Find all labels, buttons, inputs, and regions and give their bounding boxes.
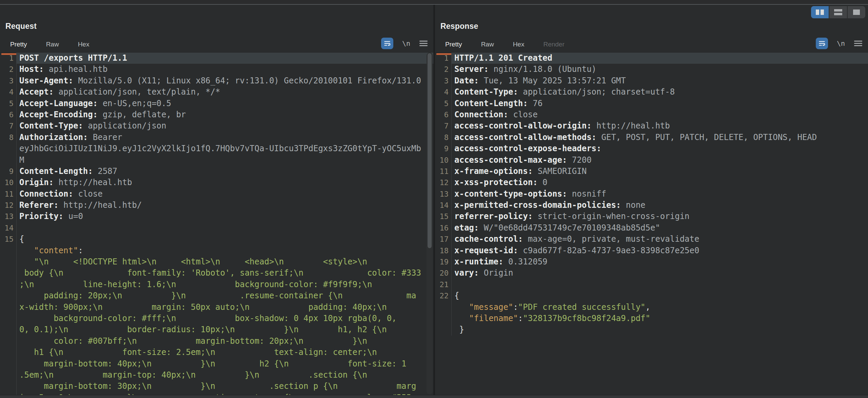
line-number: 9 bbox=[435, 143, 452, 154]
request-scrollbar-thumb[interactable] bbox=[428, 53, 432, 248]
show-newlines-toggle[interactable]: \n bbox=[837, 39, 845, 47]
response-editor[interactable]: 1HTTP/1.1 201 Created2Server: nginx/1.18… bbox=[435, 52, 868, 395]
code-line[interactable]: 5Accept-Language: en-US,en;q=0.5 bbox=[0, 98, 433, 109]
code-line[interactable]: ;\n line-height: 1.6;\n background-color… bbox=[0, 279, 433, 290]
code-line[interactable]: 8access-control-allow-methods: GET, POST… bbox=[435, 132, 868, 143]
code-line[interactable]: 3User-Agent: Mozilla/5.0 (X11; Linux x86… bbox=[0, 75, 433, 86]
code-line[interactable]: 16etag: W/"0e68dd47531749c7e70109348ab85… bbox=[435, 222, 868, 234]
code-text: 0, 0.1);\n border-radius: 10px;\n }\n h1… bbox=[17, 324, 433, 335]
code-line[interactable]: 15{ bbox=[0, 234, 433, 245]
code-line[interactable]: } bbox=[435, 324, 868, 335]
code-text: x-frame-options: SAMEORIGIN bbox=[452, 166, 868, 177]
code-text: Authorization: Bearer bbox=[17, 132, 433, 143]
code-text: x-width: 900px;\n margin: 50px auto;\n p… bbox=[17, 302, 433, 313]
code-line[interactable]: 1POST /exports HTTP/1.1 bbox=[0, 53, 433, 64]
line-number: 18 bbox=[435, 245, 452, 256]
code-line[interactable]: background-color: #fff;\n box-shadow: 0 … bbox=[0, 313, 433, 324]
request-editor[interactable]: 1POST /exports HTTP/1.12Host: api.heal.h… bbox=[0, 52, 433, 395]
code-line[interactable]: 8Authorization: Bearer bbox=[0, 132, 433, 143]
code-line[interactable]: 7access-control-allow-origin: http://hea… bbox=[435, 120, 868, 132]
editor-menu-icon[interactable] bbox=[419, 40, 428, 47]
code-line[interactable]: 19x-runtime: 0.312059 bbox=[435, 256, 868, 267]
code-line[interactable]: h1 {\n font-size: 2.5em;\n text-align: c… bbox=[0, 347, 433, 358]
request-scrollbar[interactable] bbox=[427, 53, 433, 394]
code-line[interactable]: 11x-frame-options: SAMEORIGIN bbox=[435, 166, 868, 177]
response-panel: Response PrettyRawHexRender \n bbox=[435, 5, 868, 398]
code-line[interactable]: 18x-request-id: c9ad677f-82a5-4737-9ae3-… bbox=[435, 245, 868, 256]
code-line[interactable]: 9access-control-expose-headers: bbox=[435, 143, 868, 154]
code-line[interactable]: 21 bbox=[435, 279, 868, 290]
editor-menu-icon[interactable] bbox=[854, 40, 863, 47]
code-line[interactable]: 6Accept-Encoding: gzip, deflate, br bbox=[0, 109, 433, 120]
code-line[interactable]: "\n <!DOCTYPE html>\n <html>\n <head>\n … bbox=[0, 256, 433, 267]
code-text: Content-Length: 2587 bbox=[17, 166, 433, 177]
tab-hex[interactable]: Hex bbox=[513, 41, 525, 48]
code-line[interactable]: 1HTTP/1.1 201 Created bbox=[435, 53, 868, 64]
code-line[interactable]: .5em;\n margin-top: 40px;\n }\n .section… bbox=[0, 370, 433, 381]
tab-raw[interactable]: Raw bbox=[481, 41, 494, 48]
tab-render: Render bbox=[543, 41, 564, 48]
code-line[interactable]: 12Referer: http://heal.htb/ bbox=[0, 200, 433, 211]
response-title: Response bbox=[440, 22, 478, 31]
tab-raw[interactable]: Raw bbox=[46, 41, 59, 48]
code-line[interactable]: 14x-permitted-cross-domain-policies: non… bbox=[435, 200, 868, 211]
code-line[interactable]: x-width: 900px;\n margin: 50px auto;\n p… bbox=[0, 302, 433, 313]
code-line[interactable]: 4Content-Type: application/json; charset… bbox=[435, 86, 868, 98]
code-line[interactable]: 22{ bbox=[435, 290, 868, 301]
code-text bbox=[17, 222, 433, 234]
code-text: access-control-max-age: 7200 bbox=[452, 155, 868, 166]
line-number: 22 bbox=[435, 290, 452, 301]
code-line[interactable]: margin-bottom: 40px;\n }\n h2 {\n font-s… bbox=[0, 358, 433, 370]
code-line[interactable]: 6Connection: close bbox=[435, 109, 868, 120]
line-number: 11 bbox=[0, 188, 17, 200]
split-rows-view-button[interactable] bbox=[829, 6, 847, 18]
line-number: 10 bbox=[435, 155, 452, 166]
tab-pretty[interactable]: Pretty bbox=[10, 41, 27, 48]
code-line[interactable]: 3Date: Tue, 13 May 2025 13:57:21 GMT bbox=[435, 75, 868, 86]
code-line[interactable]: 15referrer-policy: strict-origin-when-cr… bbox=[435, 211, 868, 222]
code-text: cache-control: max-age=0, private, must-… bbox=[452, 234, 868, 245]
split-columns-view-button[interactable] bbox=[811, 6, 829, 18]
code-text: Host: api.heal.htb bbox=[17, 64, 433, 75]
tab-hex[interactable]: Hex bbox=[78, 41, 90, 48]
code-line[interactable]: 9Content-Length: 2587 bbox=[0, 166, 433, 177]
word-wrap-toggle-button[interactable] bbox=[816, 38, 828, 49]
code-line[interactable]: 5Content-Length: 76 bbox=[435, 98, 868, 109]
code-line[interactable]: in: 5px 0;\n }\n .section p strong {\n c… bbox=[0, 392, 433, 395]
code-line[interactable]: padding: 20px;\n }\n .resume-container {… bbox=[0, 290, 433, 301]
code-line[interactable]: eyJhbGciOiJIUzI1NiJ9.eyJ1c2VyX2lkIjo1fQ.… bbox=[0, 143, 433, 154]
code-line[interactable]: body {\n font-family: 'Roboto', sans-ser… bbox=[0, 267, 433, 279]
code-line[interactable]: "message":"PDF created successfully", bbox=[435, 302, 868, 313]
code-line[interactable]: "filename":"328137b9cf8bc98f24a9.pdf" bbox=[435, 313, 868, 324]
code-line[interactable]: 2Host: api.heal.htb bbox=[0, 64, 433, 75]
layout-view-toggle bbox=[811, 6, 865, 18]
code-line[interactable]: 12x-xss-protection: 0 bbox=[435, 177, 868, 188]
code-text: x-request-id: c9ad677f-82a5-4737-9ae3-83… bbox=[452, 245, 868, 256]
code-line[interactable]: 14 bbox=[0, 222, 433, 234]
code-line[interactable]: 10Origin: http://heal.htb bbox=[0, 177, 433, 188]
top-divider bbox=[0, 0, 868, 5]
code-line[interactable]: 13Priority: u=0 bbox=[0, 211, 433, 222]
code-line[interactable]: 11Connection: close bbox=[0, 188, 433, 200]
code-line[interactable]: 0, 0.1);\n border-radius: 10px;\n }\n h1… bbox=[0, 324, 433, 335]
code-line[interactable]: margin-bottom: 30px;\n }\n .section p {\… bbox=[0, 381, 433, 392]
line-number: 17 bbox=[435, 234, 452, 245]
word-wrap-toggle-button[interactable] bbox=[381, 38, 393, 49]
code-text: x-runtime: 0.312059 bbox=[452, 256, 868, 267]
code-line[interactable]: 20vary: Origin bbox=[435, 267, 868, 279]
code-line[interactable]: 17cache-control: max-age=0, private, mus… bbox=[435, 234, 868, 245]
code-line[interactable]: 10access-control-max-age: 7200 bbox=[435, 155, 868, 166]
code-line[interactable]: 2Server: nginx/1.18.0 (Ubuntu) bbox=[435, 64, 868, 75]
code-line[interactable]: 4Accept: application/json, text/plain, *… bbox=[0, 86, 433, 98]
code-text: "message":"PDF created successfully", bbox=[452, 302, 868, 313]
line-number: 13 bbox=[435, 188, 452, 200]
show-newlines-toggle[interactable]: \n bbox=[402, 39, 410, 47]
code-line[interactable]: color: #007bff;\n margin-bottom: 20px;\n… bbox=[0, 336, 433, 347]
single-panel-view-button[interactable] bbox=[848, 6, 865, 18]
code-text: M bbox=[17, 155, 433, 166]
code-line[interactable]: 7Content-Type: application/json bbox=[0, 120, 433, 132]
code-line[interactable]: M bbox=[0, 155, 433, 166]
code-line[interactable]: 13x-content-type-options: nosniff bbox=[435, 188, 868, 200]
tab-pretty[interactable]: Pretty bbox=[445, 41, 462, 48]
code-line[interactable]: "content": bbox=[0, 245, 433, 256]
